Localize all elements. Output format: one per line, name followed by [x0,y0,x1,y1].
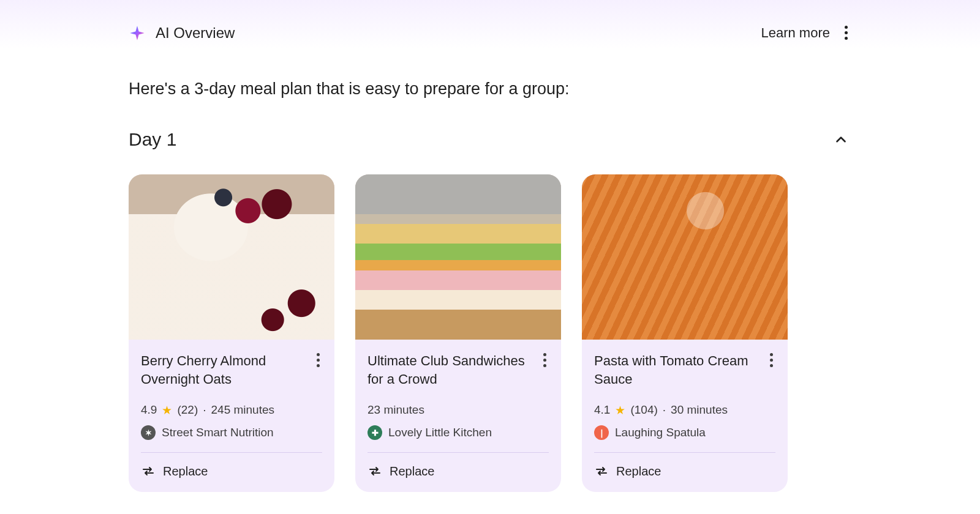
recipe-source-row: ✚ Lovely Little Kitchen [368,425,549,440]
source-favicon: ✶ [141,425,156,440]
day-label: Day 1 [129,129,176,150]
card-more-menu[interactable] [541,352,549,368]
recipe-title: Pasta with Tomato Cream Sauce [594,352,763,388]
collapse-toggle[interactable] [831,129,851,150]
recipe-duration: 30 minutes [671,403,728,417]
recipe-title: Berry Cherry Almond Overnight Oats [141,352,309,388]
recipe-body: Pasta with Tomato Cream Sauce 4.1 ★ (104… [582,340,788,492]
recipe-source-row: ❘ Laughing Spatula [594,425,775,440]
recipe-rating-value: 4.1 [594,403,610,417]
source-favicon: ❘ [594,425,609,440]
recipe-image [355,174,561,340]
recipe-body: Berry Cherry Almond Overnight Oats 4.9 ★… [129,340,334,492]
header-more-menu[interactable] [841,22,851,43]
intro-text: Here's a 3-day meal plan that is easy to… [129,78,851,100]
replace-label: Replace [616,464,661,479]
sparkle-icon [129,24,146,42]
header-title: AI Overview [156,24,235,42]
source-favicon: ✚ [368,425,382,440]
recipe-reviews: (104) [630,403,657,417]
recipe-card[interactable]: Pasta with Tomato Cream Sauce 4.1 ★ (104… [582,174,788,492]
header-right: Learn more [761,22,851,43]
swap-icon [594,464,609,479]
recipe-source-row: ✶ Street Smart Nutrition [141,425,322,440]
separator-dot: · [663,403,666,417]
replace-button[interactable]: Replace [368,452,549,482]
recipe-duration: 23 minutes [368,403,424,417]
recipe-source: Lovely Little Kitchen [388,426,492,439]
recipe-rating-value: 4.9 [141,403,157,417]
header-left: AI Overview [129,24,235,42]
day-header-row: Day 1 [129,129,851,150]
replace-label: Replace [163,464,208,479]
swap-icon [368,464,382,479]
recipe-meta: 4.1 ★ (104) · 30 minutes [594,403,775,417]
replace-label: Replace [390,464,434,479]
star-icon: ★ [162,404,172,416]
card-more-menu[interactable] [767,352,775,368]
recipe-reviews: (22) [177,403,198,417]
card-more-menu[interactable] [314,352,322,368]
star-icon: ★ [615,404,625,416]
recipe-image [582,174,788,340]
recipe-card[interactable]: Ultimate Club Sandwiches for a Crowd 23 … [355,174,561,492]
replace-button[interactable]: Replace [594,452,775,482]
separator-dot: · [203,403,206,417]
header: AI Overview Learn more [129,22,851,43]
recipe-meta: 23 minutes [368,403,549,417]
ai-overview-panel: AI Overview Learn more Here's a 3-day me… [0,0,980,492]
recipe-cards: Berry Cherry Almond Overnight Oats 4.9 ★… [129,174,851,492]
recipe-card[interactable]: Berry Cherry Almond Overnight Oats 4.9 ★… [129,174,334,492]
recipe-source: Street Smart Nutrition [162,426,274,439]
recipe-title: Ultimate Club Sandwiches for a Crowd [368,352,536,388]
learn-more-link[interactable]: Learn more [761,25,830,41]
recipe-meta: 4.9 ★ (22) · 245 minutes [141,403,322,417]
recipe-image [129,174,334,340]
recipe-duration: 245 minutes [211,403,275,417]
replace-button[interactable]: Replace [141,452,322,482]
swap-icon [141,464,156,479]
recipe-source: Laughing Spatula [615,426,706,439]
recipe-body: Ultimate Club Sandwiches for a Crowd 23 … [355,340,561,492]
